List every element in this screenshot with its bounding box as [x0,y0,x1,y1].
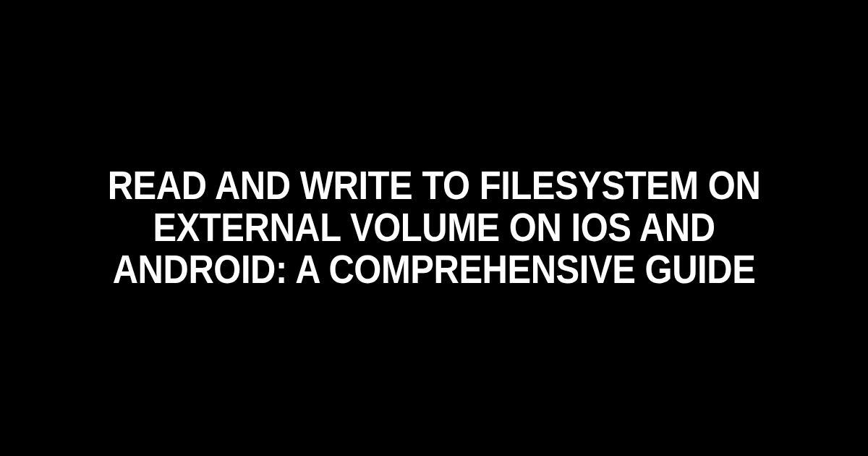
page-title: Read and Write to Filesystem on External… [48,165,820,290]
